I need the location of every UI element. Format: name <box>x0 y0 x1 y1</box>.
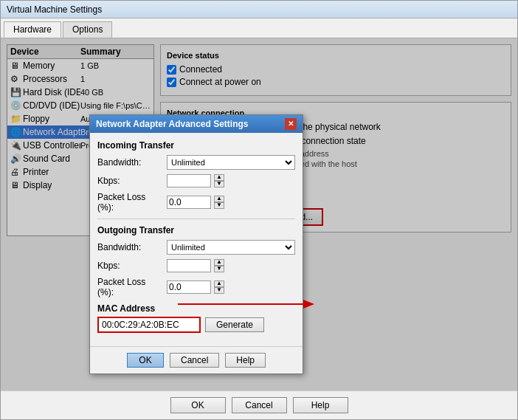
incoming-kbps-label: Kbps: <box>97 176 164 186</box>
incoming-packetloss-spinner: ▲ ▼ <box>214 196 224 209</box>
incoming-bandwidth-row: Bandwidth: Unlimited <box>97 155 295 170</box>
incoming-packetloss-label: Packet Loss (%): <box>97 192 164 213</box>
main-bottom-buttons: OK Cancel Help <box>1 390 517 419</box>
arrow-svg <box>178 289 325 319</box>
tab-options[interactable]: Options <box>63 21 112 38</box>
main-help-button[interactable]: Help <box>293 397 348 413</box>
main-ok-button[interactable]: OK <box>170 397 226 413</box>
modal-help-button[interactable]: Help <box>225 353 266 368</box>
outgoing-title: Outgoing Transfer <box>97 225 295 235</box>
svg-marker-1 <box>303 300 314 309</box>
arrow-container <box>178 289 325 321</box>
modal-close-button[interactable]: ✕ <box>285 118 297 130</box>
incoming-kbps-input[interactable] <box>167 174 211 187</box>
modal-ok-button[interactable]: OK <box>127 353 164 368</box>
main-window: Virtual Machine Settings Hardware Option… <box>0 0 518 420</box>
outgoing-bandwidth-select[interactable]: Unlimited <box>167 240 295 255</box>
outgoing-kbps-row: Kbps: ▲ ▼ <box>97 259 295 272</box>
outgoing-kbps-input[interactable] <box>167 259 211 272</box>
modal-title-bar: Network Adapter Advanced Settings ✕ <box>90 115 303 133</box>
outgoing-bandwidth-row: Bandwidth: Unlimited <box>97 240 295 255</box>
tab-hardware[interactable]: Hardware <box>4 21 61 38</box>
modal-title: Network Adapter Advanced Settings <box>96 119 248 129</box>
incoming-packetloss-input[interactable] <box>167 196 211 209</box>
outgoing-kbps-down[interactable]: ▼ <box>214 266 224 272</box>
tab-bar: Hardware Options <box>1 18 517 38</box>
outgoing-packetloss-label: Packet Loss (%): <box>97 277 164 297</box>
outgoing-bandwidth-label: Bandwidth: <box>97 242 164 252</box>
incoming-packetloss-down[interactable]: ▼ <box>214 202 224 209</box>
incoming-bandwidth-label: Bandwidth: <box>97 157 164 168</box>
outgoing-kbps-spinner: ▲ ▼ <box>214 259 224 272</box>
title-bar: Virtual Machine Settings <box>1 1 517 18</box>
window-title: Virtual Machine Settings <box>7 4 102 15</box>
incoming-packetloss-row: Packet Loss (%): ▲ ▼ <box>97 192 295 213</box>
modal-divider-1 <box>97 218 295 219</box>
incoming-bandwidth-select[interactable]: Unlimited <box>167 155 295 170</box>
incoming-title: Incoming Transfer <box>97 140 295 151</box>
incoming-kbps-spinner: ▲ ▼ <box>214 174 224 187</box>
main-cancel-button[interactable]: Cancel <box>232 397 287 413</box>
modal-cancel-button[interactable]: Cancel <box>170 353 219 368</box>
modal-overlay: Network Adapter Advanced Settings ✕ Inco… <box>1 38 517 390</box>
incoming-kbps-down[interactable]: ▼ <box>214 181 224 187</box>
content-area: Device Summary 🖥 Memory 1 GB ⚙ Processor… <box>1 38 517 390</box>
modal-dialog: Network Adapter Advanced Settings ✕ Inco… <box>89 114 303 374</box>
incoming-kbps-row: Kbps: ▲ ▼ <box>97 174 295 187</box>
outgoing-kbps-label: Kbps: <box>97 261 164 271</box>
modal-bottom-buttons: OK Cancel Help <box>90 346 303 373</box>
